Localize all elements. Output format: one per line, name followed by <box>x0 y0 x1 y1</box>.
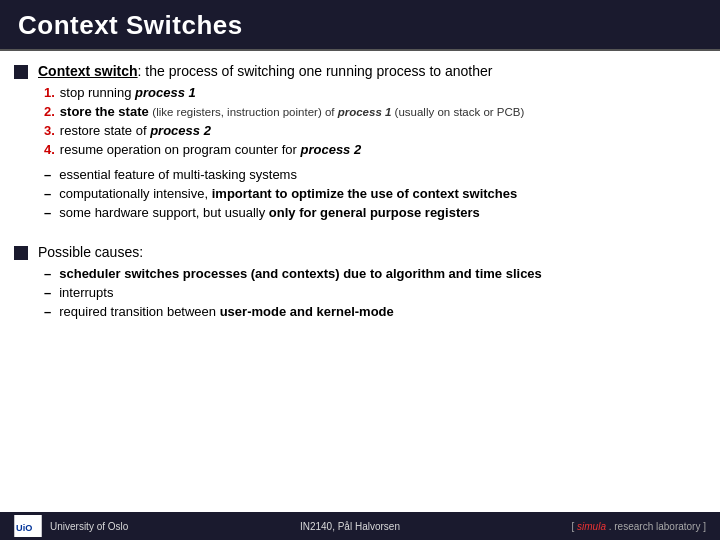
step-2-italic: process 1 <box>338 106 392 118</box>
intro-rest: : the process of switching one running p… <box>138 63 493 79</box>
title-bar: Context Switches <box>0 0 720 51</box>
course-label: IN2140, Pål Halvorsen <box>300 521 400 532</box>
footer-left: UiO University of Oslo <box>14 515 128 537</box>
step-1-num: 1. <box>44 85 55 100</box>
context-switch-section: Context switch: the process of switching… <box>14 63 702 230</box>
uio-logo-icon: UiO <box>14 515 42 537</box>
bullet-icon-2 <box>14 246 28 260</box>
footer: UiO University of Oslo IN2140, Pål Halvo… <box>0 512 720 540</box>
svg-text:UiO: UiO <box>16 523 32 533</box>
step-2-text: store the state (like registers, instruc… <box>60 104 525 119</box>
steps-list: 1. stop running process 1 2. store the s… <box>44 85 702 157</box>
lab-label: [ simula . research laboratory ] <box>571 521 706 532</box>
step-3-italic: process 2 <box>150 123 211 138</box>
feature-2-text: computationally intensive, important to … <box>59 186 517 201</box>
step-2: 2. store the state (like registers, inst… <box>44 104 702 119</box>
features-list: – essential feature of multi-tasking sys… <box>44 167 702 220</box>
step-4-num: 4. <box>44 142 55 157</box>
cause-1-bold: scheduler switches processes (and contex… <box>59 266 542 281</box>
feature-1: – essential feature of multi-tasking sys… <box>44 167 702 182</box>
feature-3: – some hardware support, but usually onl… <box>44 205 702 220</box>
step-2-small: (like registers, instruction pointer) of… <box>152 106 524 118</box>
simula-text: simula <box>577 521 606 532</box>
feature-1-text: essential feature of multi-tasking syste… <box>59 167 297 182</box>
step-2-num: 2. <box>44 104 55 119</box>
footer-right: [ simula . research laboratory ] <box>571 521 706 532</box>
bullet-icon-1 <box>14 65 28 79</box>
cause-1-text: scheduler switches processes (and contex… <box>59 266 542 281</box>
context-switch-intro: Context switch: the process of switching… <box>38 63 702 79</box>
step-3-text: restore state of process 2 <box>60 123 211 138</box>
step-1: 1. stop running process 1 <box>44 85 702 100</box>
step-2-bold: store the state <box>60 104 149 119</box>
cause-dash-1: – <box>44 266 51 281</box>
cause-3: – required transition between user-mode … <box>44 304 702 319</box>
causes-list: – scheduler switches processes (and cont… <box>44 266 702 319</box>
step-4: 4. resume operation on program counter f… <box>44 142 702 157</box>
cause-3-text: required transition between user-mode an… <box>59 304 394 319</box>
feature-3-text: some hardware support, but usually only … <box>59 205 480 220</box>
step-3-num: 3. <box>44 123 55 138</box>
feature-2-bold: important to optimize the use of context… <box>212 186 518 201</box>
feature-3-bold: only for general purpose registers <box>269 205 480 220</box>
step-1-text: stop running process 1 <box>60 85 196 100</box>
cause-2-text: interrupts <box>59 285 113 300</box>
keyword-context-switch: Context switch <box>38 63 138 79</box>
footer-center: IN2140, Pål Halvorsen <box>300 521 400 532</box>
step-4-text: resume operation on program counter for … <box>60 142 361 157</box>
step-4-italic: process 2 <box>300 142 361 157</box>
cause-3-bold: user-mode and kernel-mode <box>220 304 394 319</box>
context-switch-body: Context switch: the process of switching… <box>38 63 702 230</box>
cause-dash-3: – <box>44 304 51 319</box>
feature-2: – computationally intensive, important t… <box>44 186 702 201</box>
cause-dash-2: – <box>44 285 51 300</box>
step-3: 3. restore state of process 2 <box>44 123 702 138</box>
cause-2: – interrupts <box>44 285 702 300</box>
main-content: Context switch: the process of switching… <box>0 51 720 345</box>
possible-causes-body: Possible causes: – scheduler switches pr… <box>38 244 702 323</box>
dash-2: – <box>44 186 51 201</box>
step-1-italic: process 1 <box>135 85 196 100</box>
possible-causes-title: Possible causes: <box>38 244 702 260</box>
dash-3: – <box>44 205 51 220</box>
university-label: University of Oslo <box>50 521 128 532</box>
possible-causes-section: Possible causes: – scheduler switches pr… <box>14 244 702 323</box>
cause-1: – scheduler switches processes (and cont… <box>44 266 702 281</box>
possible-causes-label: Possible causes: <box>38 244 143 260</box>
dash-1: – <box>44 167 51 182</box>
page-title: Context Switches <box>18 10 702 41</box>
